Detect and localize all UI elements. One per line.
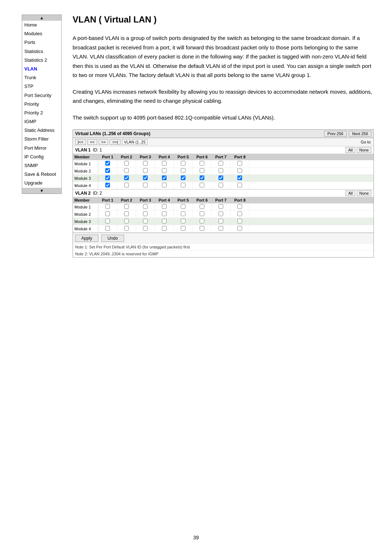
vlan2-module3-port3[interactable]	[136, 218, 155, 225]
sidebar-item-upgrade[interactable]: Upgrade	[22, 179, 61, 187]
vlan2-module4-port5[interactable]	[174, 225, 193, 232]
sidebar-item-home[interactable]: Home	[22, 21, 61, 29]
vlan2-module3-port8[interactable]	[230, 218, 249, 225]
vlan2-none-button[interactable]: None	[357, 190, 371, 196]
nav-last-button[interactable]: >>|	[110, 139, 121, 145]
sidebar-item-static-address[interactable]: Static Address	[22, 126, 61, 135]
vlan2-module1-port3[interactable]	[136, 203, 155, 210]
vlan1-module4-port7[interactable]	[212, 182, 230, 189]
vlan2-module2-port4[interactable]	[155, 211, 174, 218]
vlan1-module1-port5[interactable]	[174, 160, 193, 167]
vlan1-module1-port4[interactable]	[155, 160, 174, 167]
vlan2-module2-port2[interactable]	[117, 211, 136, 218]
nav-next-button[interactable]: >>	[99, 139, 109, 145]
vlan2-module1-port8[interactable]	[230, 203, 249, 210]
sidebar-item-ports[interactable]: Ports	[22, 38, 61, 47]
vlan1-module2-port3[interactable]	[136, 167, 155, 174]
vlan2-module3-port7[interactable]	[212, 218, 230, 225]
vlan2-module3-port1[interactable]	[98, 218, 117, 225]
vlan2-module1-port7[interactable]	[212, 203, 230, 210]
vlan2-module1-port1[interactable]	[98, 203, 117, 210]
vlan2-module3-port5[interactable]	[174, 218, 193, 225]
sidebar-item-stp[interactable]: STP	[22, 82, 61, 91]
vlan1-module2-port4[interactable]	[155, 167, 174, 174]
vlan2-module2-port6[interactable]	[193, 211, 212, 218]
vlan2-module1-port5[interactable]	[174, 203, 193, 210]
vlan1-module4-port4[interactable]	[155, 182, 174, 189]
nav-prev-button[interactable]: <<	[87, 139, 97, 145]
vlan1-module4-port6[interactable]	[193, 182, 212, 189]
vlan1-module4-port8[interactable]	[230, 182, 249, 189]
vlan1-module3-port5[interactable]	[174, 175, 193, 182]
sidebar-item-modules[interactable]: Modules	[22, 29, 61, 38]
vlan1-module2-port7[interactable]	[212, 167, 230, 174]
sidebar-item-ip-config[interactable]: IP Config	[22, 153, 61, 161]
vlan1-module2-port8[interactable]	[230, 167, 249, 174]
vlan1-all-button[interactable]: All	[346, 147, 355, 153]
vlan1-module1-port1[interactable]	[98, 160, 117, 167]
vlan2-module3-port6[interactable]	[193, 218, 212, 225]
vlan1-module2-port1[interactable]	[98, 167, 117, 174]
vlan-range-input[interactable]	[122, 139, 147, 145]
vlan2-all-button[interactable]: All	[346, 190, 355, 196]
sidebar-item-trunk[interactable]: Trunk	[22, 73, 61, 82]
vlan1-module4-port2[interactable]	[117, 182, 136, 189]
sidebar-item-vlan[interactable]: VLAN	[22, 65, 61, 73]
apply-button[interactable]: Apply	[75, 235, 98, 242]
vlan1-module2-port5[interactable]	[174, 167, 193, 174]
vlan1-module4-row: Module 4	[73, 182, 373, 189]
vlan2-module4-port8[interactable]	[230, 225, 249, 232]
vlan2-module4-port2[interactable]	[117, 225, 136, 232]
vlan1-module3-port3[interactable]	[136, 175, 155, 182]
sidebar-item-priority[interactable]: Priority	[22, 100, 61, 109]
sidebar-item-statistics2[interactable]: Statistics 2	[22, 56, 61, 65]
vlan1-module1-port6[interactable]	[193, 160, 212, 167]
vlan1-module4-port3[interactable]	[136, 182, 155, 189]
next-256-button[interactable]: Next 256	[349, 131, 371, 137]
prev-256-button[interactable]: Prev 256	[324, 131, 347, 137]
vlan2-module4-port1[interactable]	[98, 225, 117, 232]
sidebar-item-storm-filter[interactable]: Storm Filter	[22, 135, 61, 143]
sidebar-item-snmp[interactable]: SNMP	[22, 161, 61, 170]
vlan2-module2-port1[interactable]	[98, 211, 117, 218]
sidebar-item-igmp[interactable]: IGMP	[22, 117, 61, 126]
vlan2-module1-port4[interactable]	[155, 203, 174, 210]
undo-button[interactable]: Undo	[101, 235, 124, 242]
sidebar-item-statistics[interactable]: Statistics	[22, 47, 61, 56]
vlan2-module2-port8[interactable]	[230, 211, 249, 218]
sidebar-scroll-top[interactable]: ▲	[22, 15, 61, 21]
vlan2-module1-port2[interactable]	[117, 203, 136, 210]
vlan1-module4-port5[interactable]	[174, 182, 193, 189]
vlan2-module4-port3[interactable]	[136, 225, 155, 232]
vlan1-module2-port2[interactable]	[117, 167, 136, 174]
vlan1-module3-port8[interactable]	[230, 175, 249, 182]
sidebar-item-port-security[interactable]: Port Security	[22, 91, 61, 100]
vlan1-module3-port2[interactable]	[117, 175, 136, 182]
note1-row: Note 1: Set Per Port Default VLAN ID (fo…	[73, 243, 373, 250]
sidebar-item-port-mirror[interactable]: Port Mirror	[22, 144, 61, 153]
vlan1-module1-port8[interactable]	[230, 160, 249, 167]
vlan1-module3-port1[interactable]	[98, 175, 117, 182]
vlan1-none-button[interactable]: None	[357, 147, 371, 153]
vlan2-module2-port3[interactable]	[136, 211, 155, 218]
vlan2-module4-port4[interactable]	[155, 225, 174, 232]
vlan1-module4-port1[interactable]	[98, 182, 117, 189]
vlan1-module2-port6[interactable]	[193, 167, 212, 174]
sidebar-item-save-reboot[interactable]: Save & Reboot	[22, 170, 61, 179]
vlan2-module3-port2[interactable]	[117, 218, 136, 225]
vlan1-module1-port3[interactable]	[136, 160, 155, 167]
vlan2-module1-port6[interactable]	[193, 203, 212, 210]
vlan1-module1-port2[interactable]	[117, 160, 136, 167]
nav-first-button[interactable]: |<<	[75, 139, 86, 145]
vlan2-module4-port6[interactable]	[193, 225, 212, 232]
vlan1-module1-port7[interactable]	[212, 160, 230, 167]
vlan2-module4-port7[interactable]	[212, 225, 230, 232]
vlan2-module2-port5[interactable]	[174, 211, 193, 218]
vlan1-module3-port7[interactable]	[212, 175, 230, 182]
sidebar-scroll-bottom[interactable]: ▼	[22, 188, 61, 194]
vlan1-module3-port6[interactable]	[193, 175, 212, 182]
vlan2-module3-port4[interactable]	[155, 218, 174, 225]
vlan1-module3-port4[interactable]	[155, 175, 174, 182]
sidebar-item-priority2[interactable]: Priority 2	[22, 109, 61, 117]
vlan2-module2-port7[interactable]	[212, 211, 230, 218]
